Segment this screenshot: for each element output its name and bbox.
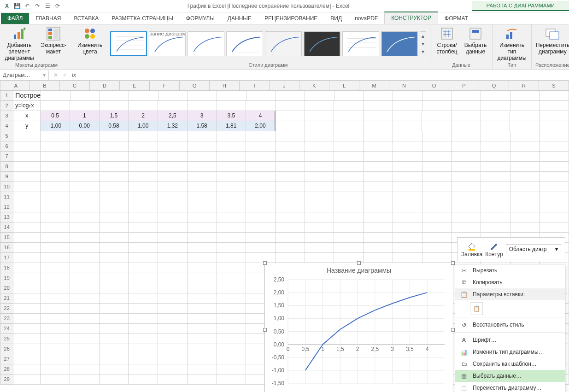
row-header[interactable]: 17 (0, 253, 13, 263)
cell[interactable] (188, 101, 217, 111)
cell[interactable] (188, 364, 217, 374)
cell[interactable] (13, 374, 41, 385)
cell[interactable] (510, 152, 540, 162)
cell[interactable] (334, 141, 364, 152)
cell[interactable] (129, 212, 158, 222)
cell[interactable] (276, 162, 305, 172)
cell[interactable] (158, 243, 188, 253)
cell[interactable] (540, 182, 569, 192)
cell[interactable] (158, 364, 188, 374)
embedded-chart[interactable]: Название диаграммы -1,50-1,00-0,500,000,… (264, 263, 453, 392)
cell[interactable] (41, 304, 70, 314)
cell[interactable] (393, 222, 422, 233)
cell[interactable] (100, 222, 129, 233)
cell[interactable] (158, 283, 188, 293)
cell[interactable] (129, 374, 158, 385)
cell[interactable] (276, 91, 305, 101)
cell[interactable] (217, 101, 246, 111)
cell[interactable] (100, 324, 129, 334)
cell[interactable] (41, 253, 70, 263)
cm-select-data[interactable]: ▦Выбрать данные… (455, 370, 565, 382)
cell[interactable] (217, 243, 246, 253)
cell[interactable] (510, 111, 540, 121)
cell[interactable] (70, 131, 100, 141)
cell[interactable] (422, 253, 452, 263)
chart-style-1[interactable] (110, 31, 147, 56)
cell[interactable] (334, 202, 364, 212)
cell[interactable] (158, 101, 188, 111)
column-header[interactable]: A (2, 81, 30, 91)
cell[interactable] (305, 111, 334, 121)
cell[interactable] (158, 162, 188, 172)
cell[interactable] (217, 374, 246, 385)
cell[interactable] (100, 152, 129, 162)
cell[interactable] (540, 162, 569, 172)
cell[interactable] (305, 121, 334, 131)
cell[interactable] (452, 222, 481, 233)
chart-style-8[interactable] (381, 31, 418, 56)
cell[interactable] (13, 141, 41, 152)
cell[interactable] (41, 314, 70, 324)
cell[interactable] (129, 152, 158, 162)
cell[interactable] (305, 192, 334, 202)
cell[interactable] (41, 283, 70, 293)
cell[interactable] (100, 263, 129, 273)
shape-fill-button[interactable]: Заливка (461, 241, 482, 257)
cell[interactable] (393, 152, 422, 162)
cell[interactable] (217, 324, 246, 334)
cell[interactable] (540, 172, 569, 182)
change-chart-type-button[interactable]: Изменить тип диаграммы (496, 26, 528, 61)
cell[interactable] (188, 182, 217, 192)
cell[interactable] (393, 162, 422, 172)
cell[interactable] (422, 152, 452, 162)
cell[interactable] (13, 152, 41, 162)
cell[interactable] (246, 101, 276, 111)
cell[interactable] (481, 222, 510, 233)
cell[interactable] (158, 344, 188, 354)
cell[interactable] (540, 192, 569, 202)
cell[interactable] (246, 202, 276, 212)
cell[interactable] (188, 202, 217, 212)
cell[interactable] (364, 233, 393, 243)
cell[interactable] (129, 344, 158, 354)
cell[interactable] (305, 182, 334, 192)
cell[interactable] (422, 121, 452, 131)
cell[interactable] (158, 324, 188, 334)
cell[interactable] (422, 192, 452, 202)
cm-save-template[interactable]: 🗂Сохранить как шаблон… (455, 358, 565, 370)
cell[interactable] (129, 202, 158, 212)
undo-icon[interactable]: ↶ (23, 2, 31, 10)
cell[interactable] (188, 304, 217, 314)
cm-move-chart[interactable]: ⬚Переместить диаграмму… (455, 382, 565, 392)
cell[interactable] (217, 304, 246, 314)
cell[interactable] (481, 162, 510, 172)
cell[interactable] (305, 212, 334, 222)
row-header[interactable]: 3 (0, 111, 13, 121)
cell[interactable] (13, 324, 41, 334)
resize-handle[interactable] (263, 261, 267, 265)
cell[interactable] (13, 364, 41, 374)
cell[interactable] (452, 202, 481, 212)
shape-outline-button[interactable]: Контур (485, 241, 503, 257)
cell[interactable] (188, 162, 217, 172)
cell[interactable] (510, 131, 540, 141)
cell[interactable] (481, 152, 510, 162)
cell[interactable] (13, 162, 41, 172)
cell[interactable] (41, 293, 70, 304)
cell[interactable] (481, 202, 510, 212)
row-header[interactable]: 6 (0, 141, 13, 152)
cell[interactable]: y=log₂x (13, 101, 41, 111)
refresh-icon[interactable]: ⟳ (53, 2, 62, 10)
cell[interactable] (452, 91, 481, 101)
column-header[interactable]: Q (479, 81, 509, 91)
cell[interactable] (540, 91, 569, 101)
row-header[interactable]: 14 (0, 222, 13, 233)
cell[interactable] (41, 192, 70, 202)
cell[interactable] (129, 233, 158, 243)
cell[interactable] (13, 283, 41, 293)
cell[interactable] (510, 182, 540, 192)
cell[interactable]: 2,5 (158, 111, 188, 121)
cell[interactable] (70, 243, 100, 253)
tab-novapdf[interactable]: novaPDF (348, 13, 384, 24)
cell[interactable] (13, 344, 41, 354)
